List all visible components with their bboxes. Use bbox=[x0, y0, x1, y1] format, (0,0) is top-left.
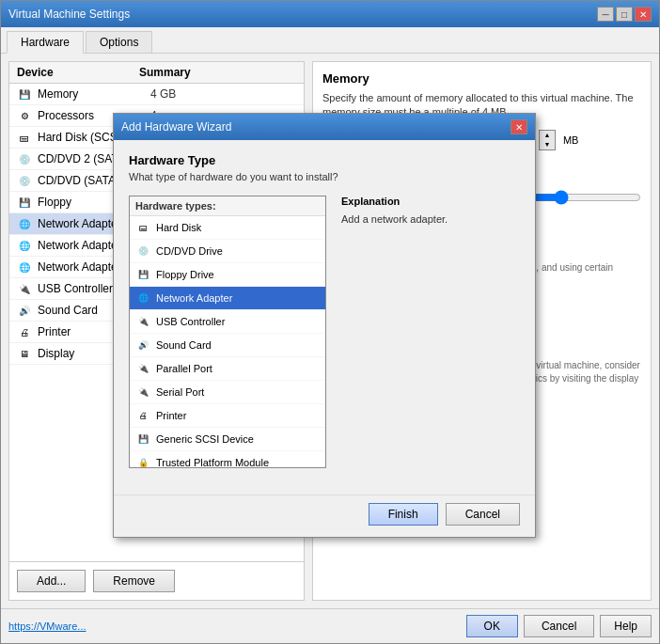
hw-icon: 🔌 bbox=[135, 314, 150, 329]
hw-item-label: Printer bbox=[156, 410, 186, 421]
hw-item-label: Parallel Port bbox=[156, 363, 212, 374]
dialog-content: Hardware Type What type of hardware do y… bbox=[114, 140, 535, 495]
hw-icon: 🔊 bbox=[135, 338, 150, 353]
dialog-body: Hardware types: 🖴 Hard Disk 💿 CD/DVD Dri… bbox=[129, 196, 520, 468]
memory-spin-down[interactable]: ▼ bbox=[540, 140, 555, 149]
device-item[interactable]: 💾 Memory 4 GB bbox=[9, 84, 304, 105]
window-title: Virtual Machine Settings bbox=[8, 8, 130, 21]
dialog-title-bar: Add Hardware Wizard ✕ bbox=[114, 114, 535, 140]
dialog-section-desc: What type of hardware do you want to ins… bbox=[129, 171, 520, 182]
hardware-list: 🖴 Hard Disk 💿 CD/DVD Drive 💾 Floppy Driv… bbox=[130, 216, 325, 468]
hw-icon: 🔒 bbox=[135, 455, 150, 468]
hw-icon: 🖨 bbox=[135, 408, 150, 423]
memory-section-title: Memory bbox=[322, 71, 641, 86]
memory-spinner: ▲ ▼ bbox=[539, 130, 556, 150]
ok-button[interactable]: OK bbox=[466, 615, 518, 637]
hw-icon: 💿 bbox=[135, 243, 150, 259]
memory-unit: MB bbox=[563, 134, 579, 146]
hardware-list-item-sound-card[interactable]: 🔊 Sound Card bbox=[130, 334, 325, 357]
device-icon: 🖥 bbox=[17, 346, 32, 361]
hardware-list-item-floppy-drive[interactable]: 💾 Floppy Drive bbox=[130, 263, 325, 287]
tab-bar: Hardware Options bbox=[1, 27, 659, 54]
hw-item-label: Floppy Drive bbox=[156, 269, 214, 280]
hw-item-label: CD/DVD Drive bbox=[156, 245, 223, 257]
hw-icon: 🔌 bbox=[135, 361, 150, 376]
remove-device-button[interactable]: Remove bbox=[93, 570, 175, 592]
dialog-cancel-button[interactable]: Cancel bbox=[446, 503, 520, 526]
hardware-list-container: Hardware types: 🖴 Hard Disk 💿 CD/DVD Dri… bbox=[129, 196, 326, 468]
device-icon: 💾 bbox=[17, 86, 32, 102]
hardware-list-item-printer[interactable]: 🖨 Printer bbox=[130, 404, 325, 428]
device-icon: 💾 bbox=[17, 195, 32, 210]
hw-icon: 💾 bbox=[135, 432, 150, 447]
dialog-section-title: Hardware Type bbox=[129, 153, 520, 167]
hw-item-label: Trusted Platform Module bbox=[156, 457, 269, 468]
hw-item-label: Generic SCSI Device bbox=[156, 433, 254, 445]
hardware-list-item-generic-scsi[interactable]: 💾 Generic SCSI Device bbox=[130, 428, 325, 451]
hw-item-label: Network Adapter bbox=[156, 292, 232, 304]
hardware-list-item-tpm[interactable]: 🔒 Trusted Platform Module bbox=[130, 451, 325, 468]
device-icon: 🖨 bbox=[17, 324, 32, 339]
maximize-button[interactable]: □ bbox=[616, 7, 633, 22]
hardware-list-item-network-adapter[interactable]: 🌐 Network Adapter bbox=[130, 287, 325, 310]
device-item-name: Memory bbox=[38, 87, 150, 101]
hardware-list-header: Hardware types: bbox=[130, 196, 325, 216]
hardware-list-item-serial-port[interactable]: 🔌 Serial Port bbox=[130, 381, 325, 404]
explanation-title: Explanation bbox=[341, 196, 520, 207]
device-item-summary: 4 GB bbox=[150, 87, 296, 101]
dialog-close-button[interactable]: ✕ bbox=[511, 119, 527, 134]
device-icon: 🔊 bbox=[17, 303, 32, 318]
hw-item-label: Sound Card bbox=[156, 339, 212, 351]
device-icon: 💿 bbox=[17, 151, 32, 166]
device-icon: ⚙ bbox=[17, 108, 32, 123]
tab-options[interactable]: Options bbox=[86, 31, 152, 53]
device-buttons: Add... Remove bbox=[9, 561, 304, 600]
hardware-list-item-cdvd-drive[interactable]: 💿 CD/DVD Drive bbox=[130, 240, 325, 263]
device-icon: 💿 bbox=[17, 173, 32, 188]
add-device-button[interactable]: Add... bbox=[17, 570, 86, 592]
memory-spin-up[interactable]: ▲ bbox=[540, 131, 555, 140]
dialog-buttons: Finish Cancel bbox=[114, 495, 535, 537]
hw-item-label: Serial Port bbox=[156, 386, 204, 398]
dialog-title: Add Hardware Wizard bbox=[121, 120, 231, 134]
hw-icon: 🖴 bbox=[135, 220, 150, 235]
cancel-button[interactable]: Cancel bbox=[524, 615, 594, 637]
hw-item-label: USB Controller bbox=[156, 316, 225, 327]
title-bar: Virtual Machine Settings ─ □ ✕ bbox=[1, 1, 659, 27]
hw-icon: 🌐 bbox=[135, 291, 150, 306]
device-icon: 🖴 bbox=[17, 130, 32, 145]
minimize-button[interactable]: ─ bbox=[597, 7, 614, 22]
explanation-panel: Explanation Add a network adapter. bbox=[341, 196, 520, 468]
finish-button[interactable]: Finish bbox=[369, 503, 438, 526]
col-device-header: Device bbox=[17, 66, 139, 79]
device-icon: 🌐 bbox=[17, 238, 32, 253]
hw-icon: 💾 bbox=[135, 267, 150, 282]
add-hardware-dialog: Add Hardware Wizard ✕ Hardware Type What… bbox=[113, 113, 536, 538]
device-icon: 🔌 bbox=[17, 281, 32, 296]
explanation-text: Add a network adapter. bbox=[341, 212, 520, 227]
device-icon: 🌐 bbox=[17, 216, 32, 231]
device-list-header: Device Summary bbox=[9, 62, 304, 84]
col-summary-header: Summary bbox=[139, 66, 296, 79]
close-button[interactable]: ✕ bbox=[635, 7, 652, 22]
hw-icon: 🔌 bbox=[135, 385, 150, 400]
help-button[interactable]: Help bbox=[600, 615, 652, 637]
title-bar-controls: ─ □ ✕ bbox=[597, 7, 652, 22]
device-icon: 🌐 bbox=[17, 259, 32, 275]
hardware-list-item-parallel-port[interactable]: 🔌 Parallel Port bbox=[130, 357, 325, 381]
tab-hardware[interactable]: Hardware bbox=[7, 31, 84, 54]
hw-item-label: Hard Disk bbox=[156, 222, 201, 233]
status-url: https://VMware... bbox=[8, 620, 461, 632]
hardware-list-item-usb-controller[interactable]: 🔌 USB Controller bbox=[130, 310, 325, 334]
hardware-list-item-hard-disk[interactable]: 🖴 Hard Disk bbox=[130, 216, 325, 240]
bottom-bar: https://VMware... OK Cancel Help bbox=[1, 608, 659, 643]
